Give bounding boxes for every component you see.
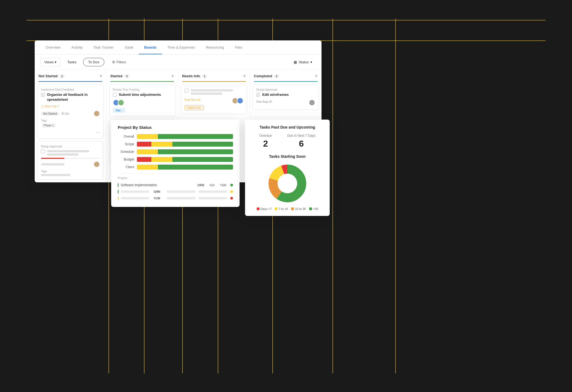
pbs-dot-2 bbox=[230, 190, 233, 193]
donut-chart bbox=[267, 163, 308, 204]
card-needs-info-1: Due Nov 16 Needs Info bbox=[181, 85, 247, 114]
col-bar-started bbox=[110, 81, 174, 82]
pbs-title: Project By Status bbox=[118, 125, 233, 130]
tabs-row: Overview Activity Task Tracker Gantt Boa… bbox=[35, 40, 322, 55]
cards-needs-info: Due Nov 16 Needs Info bbox=[178, 85, 250, 117]
pbs-row-schedule: Schedule bbox=[118, 149, 233, 154]
pbs-bar-schedule bbox=[137, 149, 233, 154]
tpd-stats: Overdue 2 Due in Next 7 Days 6 bbox=[252, 134, 323, 149]
col-header-started: Started 3 + bbox=[107, 70, 178, 81]
tasks-button[interactable]: Tasks bbox=[63, 58, 80, 66]
start-button-s1[interactable]: Star... bbox=[113, 108, 125, 113]
card-checkbox-1[interactable]: ✓ bbox=[41, 93, 45, 97]
pbs-row-client: Client bbox=[118, 165, 233, 170]
col-header-needs-info: Needs Info 1 + bbox=[178, 70, 250, 81]
card-started-1: Review Time Tracking Submit time adjustm… bbox=[109, 85, 175, 116]
tss-title: Tasks Starting Soon bbox=[252, 154, 323, 159]
col-bar-completed bbox=[254, 81, 318, 82]
card-title-row-s1: Submit time adjustments bbox=[113, 92, 172, 97]
pbs-bar-budget bbox=[137, 157, 233, 162]
legend-item-orange: 15 to 30 bbox=[291, 207, 306, 210]
legend-dot-red bbox=[257, 207, 260, 210]
tab-gantt[interactable]: Gantt bbox=[119, 40, 139, 54]
tpd-title: Tasks Past Due and Upcoming bbox=[252, 125, 323, 129]
col-add-needs-info[interactable]: + bbox=[243, 73, 246, 79]
grid-icon: ▦ bbox=[294, 60, 297, 64]
project-by-status-card: Project By Status Overall Scope Schedule bbox=[111, 120, 240, 207]
card-checkbox-n1[interactable] bbox=[185, 89, 188, 93]
card-progress-2 bbox=[41, 158, 100, 159]
card-not-started-2: Design Approvals bbox=[37, 141, 104, 180]
pbs-indicator-1 bbox=[118, 183, 119, 187]
tab-boards[interactable]: Boards bbox=[139, 40, 162, 54]
col-header-completed: Completed 2 + bbox=[250, 70, 322, 81]
tab-files[interactable]: Files bbox=[229, 40, 248, 54]
col-bar-not-started bbox=[39, 81, 102, 82]
avatar-2 bbox=[93, 161, 100, 168]
views-button[interactable]: Views ▾ bbox=[40, 58, 61, 66]
legend-dot-yellow bbox=[275, 207, 278, 210]
tab-activity[interactable]: Activity bbox=[66, 40, 88, 54]
card-title-row-1: ✓ Organize all feedback in spreadsheet bbox=[41, 92, 100, 102]
svg-point-4 bbox=[278, 174, 296, 192]
tab-task-tracker[interactable]: Task Tracker bbox=[88, 40, 119, 54]
pbs-project-header: Project bbox=[118, 176, 233, 180]
card-footer-2 bbox=[41, 161, 100, 168]
pbs-bar-client bbox=[137, 165, 233, 170]
card-checkbox-c1[interactable]: ✓ bbox=[256, 93, 260, 97]
pbs-placeholder-3 bbox=[121, 197, 149, 199]
donut-container: Days <7 7 to 14 15 to 30 >30 bbox=[252, 163, 323, 210]
card-more-1[interactable]: ⋯ bbox=[96, 130, 100, 135]
pbs-row-overall: Overall bbox=[118, 134, 233, 139]
card-due-c1: Due Aug 10 bbox=[256, 100, 272, 103]
pbs-project-row-1: Software Implementation GRN 42d T&M bbox=[118, 182, 233, 188]
filters-button[interactable]: ⚙ Filters bbox=[108, 58, 130, 66]
overdue-stat: Overdue 2 bbox=[259, 134, 272, 149]
pbs-project-row-3: YLW bbox=[118, 195, 233, 201]
card-checkbox-2[interactable] bbox=[41, 150, 45, 153]
upcoming-stat: Due in Next 7 Days 6 bbox=[287, 134, 315, 149]
chevron-down-icon: ▾ bbox=[55, 60, 57, 64]
avatar-group-s1 bbox=[113, 99, 172, 106]
tab-time-expenses[interactable]: Time & Expenses bbox=[162, 40, 201, 54]
avatar-s1b bbox=[118, 99, 124, 106]
card-completed-1: Design Approvals ✓ Edit wireframes Due A… bbox=[253, 85, 319, 109]
pbs-placeholder-2 bbox=[121, 191, 149, 193]
pbs-row-budget: Budget bbox=[118, 157, 233, 162]
cards-completed: Design Approvals ✓ Edit wireframes Due A… bbox=[250, 85, 322, 112]
legend-dot-orange bbox=[291, 207, 294, 210]
col-add-not-started[interactable]: + bbox=[99, 73, 102, 79]
col-bar-needs-info bbox=[182, 81, 246, 82]
avatar-c1 bbox=[309, 99, 315, 106]
legend-item-green: >30 bbox=[309, 207, 318, 210]
filter-icon: ⚙ bbox=[112, 60, 115, 64]
card-checkbox-s1[interactable] bbox=[113, 93, 117, 97]
tasks-past-due-card: Tasks Past Due and Upcoming Overdue 2 Du… bbox=[245, 120, 330, 216]
column-not-started: Not Started 2 + Implement Client Feedbac… bbox=[35, 70, 107, 182]
avatar-group-n1 bbox=[232, 97, 243, 104]
pbs-indicator-2 bbox=[118, 190, 119, 194]
pbs-bar-overall bbox=[137, 134, 233, 139]
col-add-started[interactable]: + bbox=[171, 73, 174, 79]
card-due-1: ⚠ Due Feb 7 bbox=[41, 104, 100, 108]
card-title-row-2 bbox=[41, 149, 100, 156]
card-not-started-1: Implement Client Feedback ✓ Organize all… bbox=[37, 85, 104, 139]
tab-resourcing[interactable]: Resourcing bbox=[201, 40, 229, 54]
legend-item-yellow: 7 to 14 bbox=[275, 207, 288, 210]
card-footer-n1: Due Nov 16 bbox=[185, 97, 244, 104]
card-due-n1: Due Nov 16 bbox=[185, 98, 201, 101]
legend-dot-green bbox=[309, 207, 312, 210]
chevron-down-icon-2: ▾ bbox=[310, 60, 312, 64]
avatar-1 bbox=[93, 110, 100, 117]
pbs-indicator-3 bbox=[118, 196, 119, 200]
status-button[interactable]: ▦ Status ▾ bbox=[290, 58, 316, 66]
needs-info-badge: Needs Info bbox=[185, 104, 244, 110]
pbs-dot-3 bbox=[230, 197, 233, 200]
todos-button[interactable]: To Dos bbox=[83, 58, 104, 66]
card-footer-c1: Due Aug 10 bbox=[256, 99, 315, 106]
col-add-completed[interactable]: + bbox=[315, 73, 318, 79]
tab-overview[interactable]: Overview bbox=[40, 40, 66, 54]
warning-icon: ⚠ bbox=[41, 104, 44, 108]
pbs-project-row-2: GRN bbox=[118, 188, 233, 195]
cards-not-started: Implement Client Feedback ✓ Organize all… bbox=[35, 85, 106, 182]
